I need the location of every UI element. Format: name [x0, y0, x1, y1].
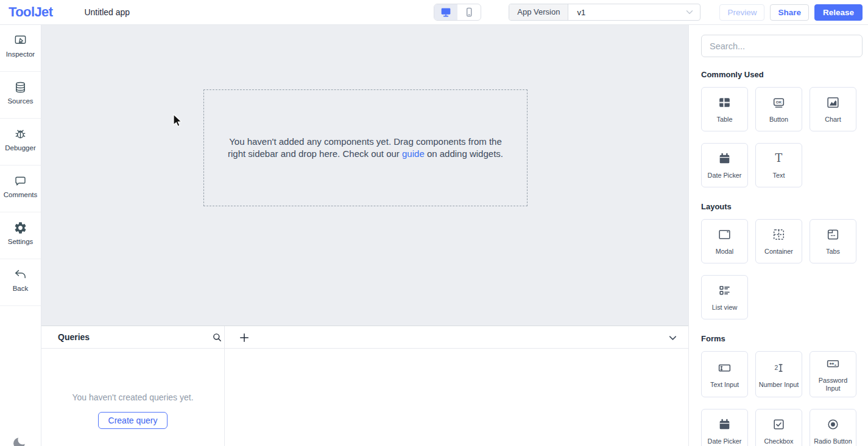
- sidebar-item-sources[interactable]: Sources: [0, 72, 41, 119]
- query-list-empty-state: You haven't created queries yet. Create …: [41, 349, 224, 446]
- tabs-icon: [825, 227, 841, 242]
- dark-mode-toggle[interactable]: [12, 435, 28, 446]
- widget-card-text[interactable]: Text: [755, 143, 802, 187]
- textinput-icon: [717, 360, 732, 375]
- queries-title: Queries: [58, 332, 90, 342]
- widget-sidebar: Commonly Used Table Button Chart Date Pi…: [688, 25, 868, 446]
- query-panel: Queries You haven't created queries yet.…: [41, 326, 688, 446]
- empty-canvas-text-after: on adding widgets.: [425, 148, 503, 159]
- section-title-commonly-used: Commonly Used: [701, 70, 863, 79]
- add-query-button[interactable]: [238, 332, 250, 344]
- text-icon: [771, 151, 786, 166]
- section-title-forms: Forms: [701, 334, 863, 343]
- left-sidebar: Inspector Sources Debugger Comments Sett…: [0, 25, 41, 446]
- sidebar-item-label: Debugger: [5, 144, 36, 152]
- widget-search-input[interactable]: [701, 35, 863, 57]
- widget-card-list-view[interactable]: List view: [701, 275, 748, 319]
- widget-label: Number Input: [759, 381, 799, 389]
- widget-label: Tabs: [826, 248, 840, 256]
- app-title[interactable]: Untitled app: [84, 7, 130, 17]
- widget-label: Date Picker: [708, 172, 742, 179]
- comments-icon: [13, 174, 27, 188]
- widget-card-container[interactable]: Container: [755, 219, 802, 263]
- mobile-layout-button[interactable]: [457, 4, 481, 20]
- widget-card-date-picker-forms[interactable]: Date Picker: [701, 409, 748, 446]
- sources-icon: [13, 80, 27, 94]
- passwordinput-icon: [825, 356, 841, 371]
- checkbox-icon: [771, 417, 786, 432]
- widget-grid-commonly-used: Table Button Chart Date Picker Text: [701, 87, 863, 187]
- query-search-button[interactable]: [211, 332, 223, 343]
- numberinput-icon: [771, 360, 786, 375]
- datepicker-icon: [717, 417, 732, 432]
- widget-label: Date Picker: [708, 437, 742, 445]
- settings-icon: [13, 221, 27, 235]
- widget-card-date-picker[interactable]: Date Picker: [701, 143, 748, 187]
- container-icon: [771, 227, 786, 242]
- widget-label: Text Input: [710, 381, 739, 389]
- back-icon: [13, 268, 27, 282]
- widget-card-checkbox[interactable]: Checkbox: [755, 409, 802, 446]
- widget-label: List view: [712, 304, 737, 312]
- widget-grid-forms: Text Input Number Input Password Input D…: [701, 351, 863, 446]
- sidebar-item-debugger[interactable]: Debugger: [0, 119, 41, 166]
- widget-grid-layouts: Modal Container Tabs List view: [701, 219, 863, 319]
- desktop-icon: [439, 5, 453, 19]
- desktop-layout-button[interactable]: [434, 4, 457, 20]
- sidebar-item-label: Inspector: [6, 51, 35, 58]
- widget-card-radio-button[interactable]: Radio Button: [810, 409, 856, 446]
- mobile-icon: [463, 6, 475, 18]
- moon-icon: [12, 435, 28, 446]
- widget-label: Radio Button: [814, 437, 852, 445]
- table-icon: [717, 95, 732, 110]
- section-title-layouts: Layouts: [701, 202, 863, 211]
- widget-label: Checkbox: [764, 437, 793, 445]
- widget-card-modal[interactable]: Modal: [701, 219, 748, 263]
- widget-label: Table: [717, 116, 733, 124]
- modal-icon: [717, 227, 732, 242]
- widget-card-chart[interactable]: Chart: [810, 87, 856, 131]
- widget-label: Chart: [825, 116, 841, 124]
- preview-button[interactable]: Preview: [719, 4, 764, 21]
- inspector-icon: [13, 33, 27, 47]
- mouse-cursor: [172, 114, 183, 128]
- widget-card-tabs[interactable]: Tabs: [810, 219, 856, 263]
- button-icon: [771, 95, 786, 110]
- radiobutton-icon: [825, 417, 841, 432]
- sidebar-item-label: Settings: [8, 238, 34, 245]
- sidebar-item-label: Comments: [4, 191, 38, 198]
- app-version-label: App Version: [509, 4, 568, 20]
- sidebar-item-label: Back: [13, 285, 29, 292]
- widget-card-table[interactable]: Table: [701, 87, 748, 131]
- sidebar-item-back[interactable]: Back: [0, 259, 41, 306]
- no-queries-message: You haven't created queries yet.: [72, 392, 193, 402]
- sidebar-item-settings[interactable]: Settings: [0, 212, 41, 259]
- app-version-select[interactable]: App Version v1: [509, 4, 700, 21]
- top-bar: ToolJet Untitled app App Version v1 Prev…: [0, 0, 868, 25]
- search-icon: [211, 332, 223, 343]
- sidebar-item-comments[interactable]: Comments: [0, 166, 41, 212]
- widget-label: Button: [769, 116, 788, 124]
- empty-canvas-dropzone[interactable]: You haven't added any components yet. Dr…: [203, 89, 528, 206]
- share-button[interactable]: Share: [770, 4, 809, 21]
- query-panel-header: Queries: [41, 326, 688, 349]
- widget-card-password-input[interactable]: Password Input: [810, 351, 856, 397]
- widget-label: Text: [773, 172, 785, 179]
- top-bar-actions: App Version v1 Preview Share Release: [509, 4, 863, 21]
- chevron-down-icon: [667, 332, 679, 344]
- plus-icon: [238, 332, 250, 344]
- widget-card-button[interactable]: Button: [755, 87, 802, 131]
- app-canvas[interactable]: You haven't added any components yet. Dr…: [41, 25, 688, 326]
- tooljet-app-builder: ToolJet Untitled app App Version v1 Prev…: [0, 0, 868, 446]
- widget-label: Modal: [716, 248, 733, 256]
- release-button[interactable]: Release: [814, 4, 863, 21]
- widget-card-text-input[interactable]: Text Input: [701, 351, 748, 397]
- datepicker-icon: [717, 151, 732, 166]
- sidebar-item-inspector[interactable]: Inspector: [0, 25, 41, 72]
- widget-card-number-input[interactable]: Number Input: [755, 351, 802, 397]
- collapse-query-panel-button[interactable]: [667, 332, 679, 344]
- debugger-icon: [13, 127, 27, 141]
- device-layout-toggle: [434, 4, 481, 21]
- guide-link[interactable]: guide: [402, 148, 425, 159]
- create-query-button[interactable]: Create query: [98, 412, 168, 429]
